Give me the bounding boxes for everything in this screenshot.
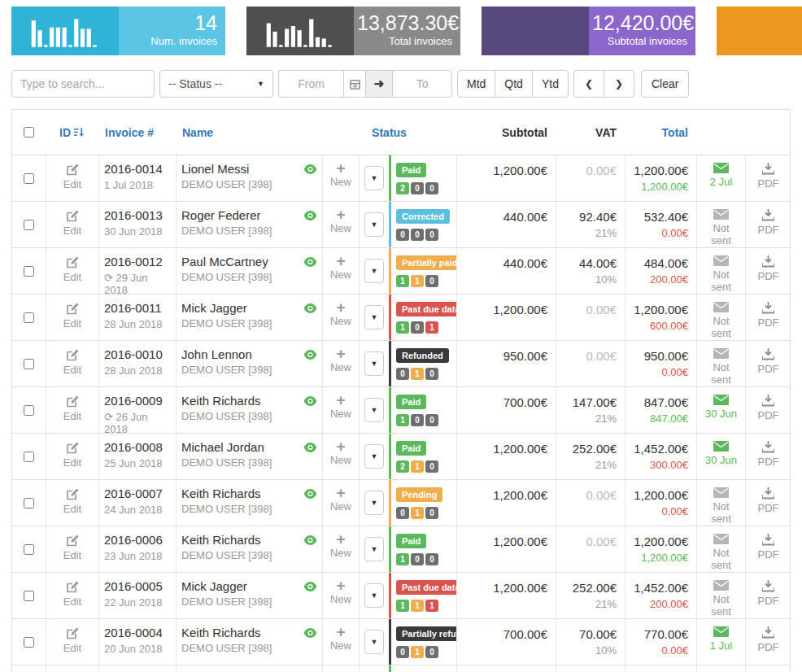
pdf-button[interactable]: PDF: [745, 202, 791, 247]
email-button[interactable]: Not sent: [696, 480, 745, 526]
edit-button[interactable]: [46, 665, 98, 672]
new-button[interactable]: + New: [322, 573, 359, 618]
pdf-button[interactable]: PDF: [745, 155, 791, 201]
calendar-button[interactable]: [343, 70, 366, 98]
vat-value: 92.40€: [561, 210, 617, 224]
date-to-input[interactable]: [392, 70, 452, 98]
row-checkbox[interactable]: [24, 544, 34, 555]
row-checkbox[interactable]: [24, 266, 34, 277]
edit-button[interactable]: Edit: [46, 155, 98, 201]
row-checkbox[interactable]: [24, 359, 34, 369]
qtd-button[interactable]: Qtd: [495, 70, 533, 98]
header-id[interactable]: ID: [46, 110, 98, 155]
email-button[interactable]: 30 Jun: [696, 434, 745, 479]
pdf-button[interactable]: PDF: [745, 619, 791, 665]
new-button[interactable]: + New: [322, 526, 359, 572]
view-icon[interactable]: [303, 210, 317, 221]
next-button[interactable]: ❯: [604, 70, 634, 98]
edit-button[interactable]: Edit: [46, 573, 98, 618]
edit-button[interactable]: Edit: [46, 387, 98, 433]
row-actions-dropdown[interactable]: ▼: [364, 212, 384, 237]
edit-button[interactable]: Edit: [46, 202, 98, 247]
pdf-button[interactable]: PDF: [745, 387, 791, 433]
row-actions-dropdown[interactable]: ▼: [364, 537, 384, 561]
view-icon[interactable]: [303, 442, 317, 453]
row-checkbox[interactable]: [24, 220, 34, 230]
row-checkbox[interactable]: [24, 312, 34, 323]
new-button[interactable]: + New: [322, 341, 359, 386]
view-icon[interactable]: [303, 535, 317, 546]
row-actions-dropdown[interactable]: ▼: [364, 444, 384, 469]
row-actions-dropdown[interactable]: ▼: [364, 351, 384, 376]
edit-button[interactable]: Edit: [46, 341, 98, 386]
new-button[interactable]: + New: [322, 480, 359, 526]
view-icon[interactable]: [303, 303, 317, 314]
row-actions-dropdown[interactable]: ▼: [364, 583, 384, 608]
header-invoice[interactable]: Invoice #: [98, 110, 176, 155]
email-button[interactable]: 30 Jun: [696, 387, 745, 433]
row-actions-dropdown[interactable]: ▼: [364, 398, 384, 422]
row-actions-dropdown[interactable]: ▼: [364, 259, 384, 283]
new-button[interactable]: + New: [322, 387, 359, 433]
prev-button[interactable]: ❮: [573, 70, 604, 98]
row-actions-dropdown[interactable]: ▼: [364, 166, 384, 190]
header-name[interactable]: Name: [176, 110, 322, 155]
view-icon[interactable]: [303, 627, 317, 639]
mtd-button[interactable]: Mtd: [457, 70, 495, 98]
email-button[interactable]: 2 Jul: [696, 155, 745, 201]
new-button[interactable]: + New: [322, 202, 359, 247]
edit-button[interactable]: Edit: [46, 434, 98, 479]
edit-button[interactable]: Edit: [46, 619, 98, 665]
pdf-button[interactable]: PDF: [745, 434, 791, 479]
header-status[interactable]: Status: [322, 110, 456, 155]
row-checkbox[interactable]: [24, 591, 34, 601]
view-icon[interactable]: [303, 256, 317, 268]
view-icon[interactable]: [303, 581, 317, 592]
email-button[interactable]: 1 Jul: [696, 619, 745, 665]
date-from-input[interactable]: [278, 70, 343, 98]
row-checkbox[interactable]: [24, 637, 34, 648]
row-checkbox[interactable]: [24, 452, 34, 462]
email-button[interactable]: Not sent: [696, 526, 745, 572]
row-checkbox[interactable]: [24, 173, 34, 184]
pdf-button[interactable]: PDF: [745, 295, 791, 340]
email-button[interactable]: Not sent: [696, 341, 745, 386]
row-actions-dropdown[interactable]: ▼: [364, 491, 384, 515]
pdf-button[interactable]: PDF: [745, 573, 791, 618]
new-button[interactable]: + New: [322, 619, 359, 665]
view-icon[interactable]: [303, 488, 317, 500]
new-button[interactable]: + New: [322, 248, 359, 294]
email-button[interactable]: Not sent: [696, 248, 745, 294]
customer-subname: DEMO USER [398]: [181, 549, 317, 561]
row-checkbox[interactable]: [24, 498, 34, 508]
edit-button[interactable]: Edit: [46, 480, 98, 526]
row-checkbox[interactable]: [24, 405, 34, 416]
pdf-button[interactable]: [745, 665, 791, 672]
status-select[interactable]: -- Status -- ▼: [159, 70, 273, 98]
clear-button[interactable]: Clear: [641, 70, 689, 98]
email-button[interactable]: Not sent: [696, 295, 745, 340]
row-actions-dropdown[interactable]: ▼: [364, 305, 384, 329]
email-button[interactable]: [696, 665, 745, 672]
email-button[interactable]: Not sent: [696, 573, 745, 618]
ytd-button[interactable]: Ytd: [532, 70, 569, 98]
new-button[interactable]: + New: [322, 155, 359, 201]
new-button[interactable]: [322, 665, 359, 672]
edit-button[interactable]: Edit: [46, 295, 98, 340]
edit-button[interactable]: Edit: [46, 526, 98, 572]
pdf-button[interactable]: PDF: [745, 480, 791, 526]
email-button[interactable]: Not sent: [696, 202, 745, 247]
search-input[interactable]: [11, 70, 155, 98]
row-actions-dropdown[interactable]: ▼: [364, 630, 384, 654]
pdf-button[interactable]: PDF: [745, 526, 791, 572]
new-button[interactable]: + New: [322, 295, 359, 340]
pdf-button[interactable]: PDF: [745, 341, 791, 386]
new-button[interactable]: + New: [322, 434, 359, 479]
select-all-checkbox[interactable]: [24, 127, 34, 137]
edit-button[interactable]: Edit: [46, 248, 98, 294]
view-icon[interactable]: [303, 164, 317, 175]
pdf-button[interactable]: PDF: [745, 248, 791, 294]
view-icon[interactable]: [303, 395, 317, 407]
header-total[interactable]: Total: [625, 110, 696, 155]
view-icon[interactable]: [303, 349, 317, 360]
